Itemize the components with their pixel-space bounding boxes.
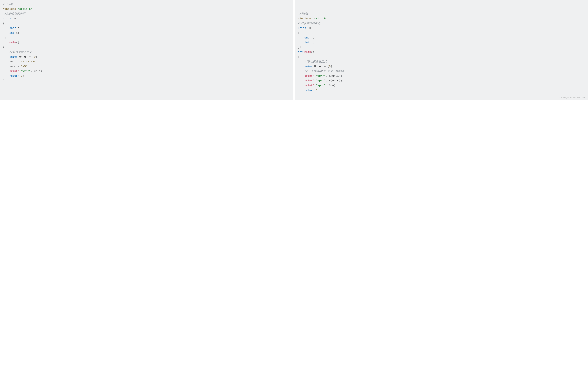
code-token: 0x11223344 (21, 60, 37, 63)
code-token: , &( (326, 79, 332, 82)
code-token: int (3, 41, 8, 44)
code-token: ( (19, 70, 21, 73)
code-panel-right: //代码1#include <stdio.h>//联合类型的声明union Un… (295, 0, 588, 100)
code-token: . (13, 60, 14, 63)
code-token: . (336, 74, 337, 78)
code-line: //联合类型的声明 (298, 21, 585, 26)
code-token: //联合类型的声明 (3, 12, 25, 16)
code-line: #include <stdio.h> (3, 7, 290, 12)
code-token: "%p\n" (316, 74, 326, 78)
code-token: printf (304, 74, 314, 78)
code-token (314, 89, 316, 92)
code-token: }; (3, 36, 6, 39)
code-token: // 下面输出的结果是一样的吗？ (304, 70, 347, 73)
code-line: union Un (3, 16, 290, 21)
watermark-text: CSDN @DARLING Zero two♡ (559, 96, 587, 99)
code-token: ( (314, 79, 316, 82)
code-token: ; (27, 65, 29, 68)
code-line: printf("%x\n", un.i); (3, 69, 290, 74)
code-line: un.i = 0x11223344; (3, 59, 290, 64)
code-line: int main() (298, 50, 585, 54)
code-token: c (14, 65, 18, 68)
code-token (8, 41, 9, 44)
code-token: un (9, 65, 13, 68)
code-token: i (16, 32, 17, 34)
code-token: un (332, 79, 336, 82)
code-token (311, 36, 313, 39)
code-token: printf (304, 84, 314, 87)
code-token: Un un (314, 65, 324, 68)
code-line: }; (298, 45, 585, 50)
code-token: //联合变量的定义 (9, 50, 32, 54)
code-line: int i; (3, 31, 290, 36)
code-token (298, 74, 304, 78)
code-token: Un (308, 26, 311, 30)
code-token: union (298, 26, 306, 30)
code-token: //代码2 (3, 3, 13, 6)
code-line: char c; (3, 26, 290, 30)
code-token: } (3, 79, 4, 82)
code-token (14, 32, 16, 34)
code-token (11, 17, 13, 20)
code-line: printf("%p\n", &un); (298, 83, 585, 88)
code-token: c (337, 79, 339, 82)
code-token: un (9, 60, 13, 63)
code-token (306, 26, 308, 30)
code-token: )); (339, 79, 344, 82)
code-token: . (13, 65, 14, 68)
code-token (3, 32, 9, 34)
code-token: union (3, 17, 11, 20)
code-token (303, 50, 304, 54)
code-token: int (304, 41, 309, 44)
code-line: { (298, 54, 585, 59)
code-token: { (298, 32, 299, 34)
code-token: printf (9, 70, 19, 73)
code-token: = { (324, 65, 329, 68)
code-line: printf("%p\n", &(un.c)); (298, 78, 585, 83)
code-token: main (304, 50, 311, 54)
code-token: int (298, 50, 303, 54)
code-token (298, 89, 304, 92)
code-token: ; (314, 36, 316, 39)
code-token: ); (40, 70, 44, 73)
code-token: i (311, 41, 313, 44)
code-token: 0x55 (21, 65, 27, 68)
code-line: //联合变量的定义 (298, 59, 585, 64)
code-token: "%x\n" (21, 70, 30, 73)
code-token: Un (13, 17, 16, 20)
code-token (298, 79, 304, 82)
code-token (298, 60, 304, 63)
code-token: 0 (316, 89, 317, 92)
code-token: un (332, 74, 336, 78)
code-token: 0 (21, 74, 22, 78)
code-token: () (16, 41, 19, 44)
code-token: )); (339, 74, 344, 78)
code-token: //联合变量的定义 (304, 60, 327, 63)
code-token: . (37, 70, 39, 73)
code-token: ( (314, 74, 316, 78)
code-token (3, 50, 9, 54)
code-token (16, 8, 17, 11)
code-token: //代码1 (298, 12, 308, 16)
code-line: } (298, 93, 585, 98)
code-token: #include (3, 8, 16, 11)
code-token: ; (37, 60, 39, 63)
code-token (3, 60, 9, 63)
code-token (309, 41, 311, 44)
code-token: <stdio.h> (313, 17, 327, 20)
code-token (298, 36, 304, 39)
code-token: . (336, 79, 337, 82)
code-token: }; (35, 55, 39, 58)
code-token (18, 55, 19, 58)
code-token: un (331, 84, 334, 87)
code-token: <stdio.h> (18, 8, 32, 11)
code-token (311, 17, 313, 20)
code-token: , (31, 70, 34, 73)
code-token: printf (304, 79, 314, 82)
code-token (16, 26, 17, 30)
code-token: ); (334, 84, 337, 87)
code-token: //联合类型的声明 (298, 22, 320, 25)
code-line: // 下面输出的结果是一样的吗？ (298, 69, 585, 74)
code-token: { (3, 46, 4, 49)
code-line: int main() (3, 40, 290, 45)
